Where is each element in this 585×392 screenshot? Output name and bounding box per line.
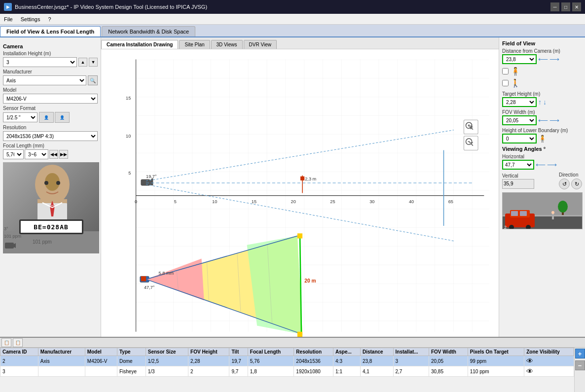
focal-length-label: Focal Length (mm) bbox=[3, 143, 98, 148]
menubar: File Settings ? bbox=[0, 14, 585, 25]
drawing-tab-siteplan[interactable]: Site Plan bbox=[179, 40, 210, 49]
height-up-button[interactable]: ▲ bbox=[78, 58, 87, 67]
svg-point-3 bbox=[44, 181, 48, 185]
menu-help[interactable]: ? bbox=[44, 15, 55, 23]
bottom-content: Camera ID Manufacturer Model Type Sensor… bbox=[0, 348, 585, 392]
angle-label: 3° bbox=[4, 226, 8, 231]
cell-zone: 👁 bbox=[524, 366, 574, 377]
left-panel: Camera Installation Height (m) 3 ▲ ▼ Man… bbox=[0, 37, 101, 337]
distance-from-camera-label: Distance from Camera (m) bbox=[502, 48, 582, 54]
cell-install: 3 bbox=[393, 356, 429, 366]
right-panel: Field of View Distance from Camera (m) 2… bbox=[499, 37, 585, 337]
model-combo[interactable]: M4206-V bbox=[3, 94, 98, 104]
height-down-button[interactable]: ▼ bbox=[89, 58, 98, 67]
target-down-arrow[interactable]: ↓ bbox=[543, 98, 547, 106]
distance-right-arrow[interactable]: ⟶ bbox=[549, 55, 559, 63]
col-aspect: Aspe... bbox=[333, 348, 361, 356]
col-ppt: Pixels On Target bbox=[468, 348, 524, 356]
svg-point-78 bbox=[558, 201, 568, 213]
svg-rect-26 bbox=[141, 179, 150, 185]
tool-btn-2[interactable]: 📋 bbox=[13, 338, 23, 347]
direction-ccw-button[interactable]: ↺ bbox=[559, 178, 570, 189]
fov-width-right-arrow[interactable]: ⟶ bbox=[549, 116, 559, 124]
target-height-combo[interactable]: 2,28 bbox=[502, 97, 537, 107]
table-row[interactable]: 2 Axis M4206-V Dome 1/2,5 2,28 19,7 5,76… bbox=[0, 356, 574, 366]
focal-length-combo1[interactable]: 5,76 bbox=[3, 149, 24, 159]
drawing-tab-3d[interactable]: 3D Views bbox=[211, 40, 243, 49]
sensor-img-2[interactable]: 👤 bbox=[55, 112, 70, 123]
cell-fov-width: 20,05 bbox=[429, 356, 468, 366]
drawing-tabs: Camera Installation Drawing Site Plan 3D… bbox=[101, 37, 499, 49]
focal-right-button[interactable]: ▶▶ bbox=[59, 150, 68, 159]
focal-length-combo2[interactable]: 3~6 bbox=[25, 149, 48, 159]
svg-text:2,3 m: 2,3 m bbox=[305, 177, 316, 181]
tool-btn-1[interactable]: 📋 bbox=[1, 338, 11, 347]
drawing-tab-installation[interactable]: Camera Installation Drawing bbox=[101, 40, 178, 49]
manufacturer-combo[interactable]: Axis bbox=[3, 75, 86, 85]
resolution-combo[interactable]: 2048x1536 (3MP 4:3) bbox=[3, 131, 98, 141]
installation-height-combo[interactable]: 3 bbox=[3, 57, 77, 67]
drawing-tab-dvr[interactable]: DVR View bbox=[244, 40, 277, 49]
svg-text:40: 40 bbox=[409, 199, 414, 204]
viewing-angles-title: Viewing Angles ° bbox=[502, 146, 582, 152]
col-resolution: Resolution bbox=[294, 348, 333, 356]
bottom-area: 📋 📋 Camera ID Manufacturer Model Type Se… bbox=[0, 337, 585, 392]
remove-camera-button[interactable]: − bbox=[575, 360, 585, 370]
top-tabbar: Field of View & Lens Focal Length Networ… bbox=[0, 25, 585, 37]
tab-fov[interactable]: Field of View & Lens Focal Length bbox=[0, 26, 101, 36]
table-row[interactable]: 3 Fisheye 1/3 2 9,7 1,8 1920x1080 1:1 4,… bbox=[0, 366, 574, 377]
target-up-arrow[interactable]: ↑ bbox=[538, 98, 542, 106]
col-fov-height: FOV Height bbox=[188, 348, 229, 356]
direction-cw-button[interactable]: ↻ bbox=[571, 178, 582, 189]
person-icon-standing: 🧍 bbox=[511, 67, 520, 76]
target-height-label: Target Height (m) bbox=[502, 91, 582, 97]
resolution-label: Resolution bbox=[3, 125, 98, 130]
tab-network[interactable]: Network Bandwidth & Disk Space bbox=[102, 26, 195, 36]
svg-text:5: 5 bbox=[128, 171, 131, 176]
person-checkbox-2[interactable] bbox=[502, 80, 509, 86]
lower-boundary-combo[interactable]: 0 bbox=[502, 134, 537, 143]
table-header-row: Camera ID Manufacturer Model Type Sensor… bbox=[0, 348, 574, 356]
main-drawing-svg: 15 10 5 0 5 10 15 20 25 30 40 65 bbox=[101, 49, 499, 337]
cell-aspect: 1:1 bbox=[333, 366, 361, 377]
col-manufacturer: Manufacturer bbox=[38, 348, 85, 356]
menu-file[interactable]: File bbox=[0, 15, 17, 23]
table-scroll[interactable]: Camera ID Manufacturer Model Type Sensor… bbox=[0, 348, 574, 392]
person-boundary-icon: 🧍 bbox=[538, 135, 547, 143]
horiz-left-arrow[interactable]: ⟵ bbox=[536, 161, 546, 169]
cell-aspect: 4:3 bbox=[333, 356, 361, 366]
fov-width-combo[interactable]: 20,05 bbox=[502, 115, 537, 125]
horiz-right-arrow[interactable]: ⟶ bbox=[547, 161, 557, 169]
close-button[interactable]: ✕ bbox=[572, 2, 581, 11]
horizontal-angle-combo[interactable]: 47,7 bbox=[502, 160, 534, 170]
camera-small-icon bbox=[5, 243, 16, 251]
sensor-format-combo[interactable]: 1/2.5 " bbox=[3, 112, 37, 122]
svg-rect-50 bbox=[297, 233, 302, 238]
cell-install: 2,7 bbox=[393, 366, 429, 377]
menu-settings[interactable]: Settings bbox=[17, 15, 44, 23]
manufacturer-search-button[interactable]: 🔍 bbox=[88, 75, 98, 85]
cell-focal: 5,76 bbox=[248, 356, 294, 366]
fov-section-title: Field of View bbox=[502, 40, 582, 46]
cell-model: M4206-V bbox=[85, 356, 117, 366]
svg-rect-79 bbox=[552, 214, 554, 219]
maximize-button[interactable]: □ bbox=[561, 2, 570, 11]
manufacturer-label: Manufacturer bbox=[3, 69, 98, 74]
sensor-img-1[interactable]: 👤 bbox=[39, 112, 54, 123]
camera-section-title: Camera bbox=[3, 43, 98, 49]
direction-label: Direction bbox=[559, 172, 582, 178]
distance-combo[interactable]: 23,8 bbox=[502, 54, 537, 64]
license-plate: BE=028AB bbox=[19, 219, 83, 234]
window-title: BusinessCenter.jvsgz* - IP Video System … bbox=[15, 4, 207, 10]
minimize-button[interactable]: ─ bbox=[550, 2, 559, 11]
person-checkbox-1[interactable] bbox=[502, 68, 509, 74]
titlebar: ▶ BusinessCenter.jvsgz* - IP Video Syste… bbox=[0, 0, 585, 14]
add-camera-button[interactable]: + bbox=[575, 349, 585, 358]
distance-left-arrow[interactable]: ⟵ bbox=[538, 55, 548, 63]
cell-manufacturer bbox=[38, 366, 85, 377]
cell-distance: 23,8 bbox=[360, 356, 393, 366]
fov-width-left-arrow[interactable]: ⟵ bbox=[538, 116, 548, 124]
svg-text:30: 30 bbox=[369, 199, 374, 204]
focal-left-button[interactable]: ◀◀ bbox=[49, 150, 58, 159]
horizontal-label: Horizontal bbox=[502, 154, 582, 159]
